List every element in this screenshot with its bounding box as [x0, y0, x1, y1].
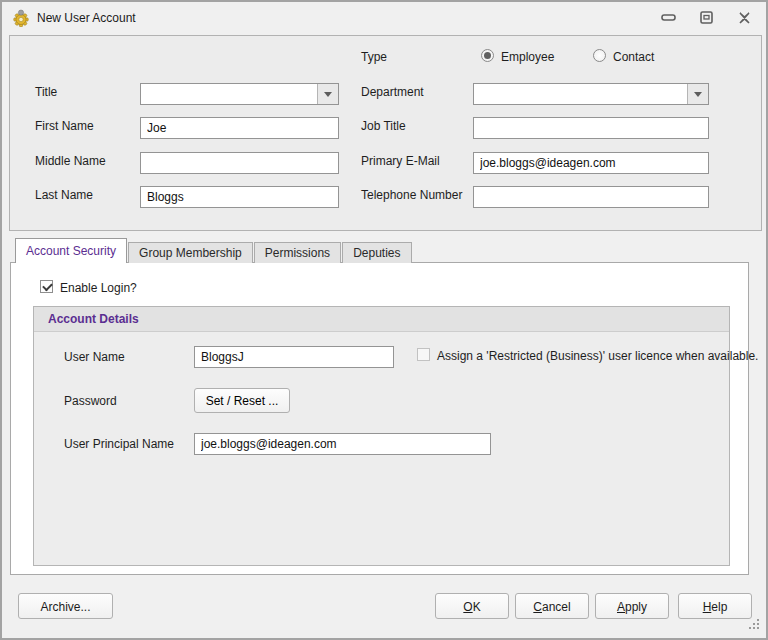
tab-account-security[interactable]: Account Security	[15, 238, 127, 263]
user-name-input[interactable]	[194, 346, 394, 368]
last-name-label: Last Name	[35, 188, 93, 202]
type-label: Type	[361, 50, 387, 64]
employee-radio-label[interactable]: Employee	[501, 50, 554, 64]
upn-label: User Principal Name	[64, 437, 174, 451]
first-name-input[interactable]	[140, 117, 339, 139]
title-combo-dropdown-icon[interactable]	[317, 84, 338, 104]
ok-button[interactable]: OK	[435, 593, 509, 619]
new-user-account-dialog: New User Account Type Employee Contact T…	[0, 0, 768, 640]
telephone-input[interactable]	[473, 186, 709, 208]
account-details-header: Account Details	[34, 307, 729, 332]
enable-login-checkbox[interactable]	[40, 280, 53, 293]
upn-input[interactable]	[194, 433, 491, 455]
primary-email-input[interactable]	[473, 152, 709, 174]
contact-radio-label[interactable]: Contact	[613, 50, 654, 64]
middle-name-label: Middle Name	[35, 154, 106, 168]
department-label: Department	[361, 85, 424, 99]
account-details-groupbox: Account Details User Name Assign a 'Rest…	[33, 306, 730, 566]
user-details-panel: Type Employee Contact Title Department F…	[9, 35, 762, 231]
employee-radio[interactable]	[481, 49, 494, 62]
help-button[interactable]: Help	[678, 593, 752, 619]
restricted-licence-label[interactable]: Assign a 'Restricted (Business)' user li…	[437, 349, 758, 363]
archive-button[interactable]: Archive...	[18, 593, 113, 619]
tab-permissions[interactable]: Permissions	[254, 242, 341, 263]
user-name-label: User Name	[64, 350, 125, 364]
minimize-icon[interactable]	[660, 11, 676, 25]
tab-strip: Account Security Group Membership Permis…	[15, 239, 413, 263]
resize-grip-icon[interactable]	[747, 617, 759, 629]
tab-group-membership[interactable]: Group Membership	[128, 242, 253, 263]
primary-email-label: Primary E-Mail	[361, 154, 440, 168]
apply-button[interactable]: Apply	[595, 593, 669, 619]
restricted-licence-checkbox[interactable]	[417, 348, 430, 361]
job-title-input[interactable]	[473, 117, 709, 139]
department-combo-dropdown-icon[interactable]	[687, 84, 708, 104]
maximize-icon[interactable]	[698, 11, 714, 25]
title-label: Title	[35, 85, 57, 99]
telephone-label: Telephone Number	[361, 188, 462, 202]
tab-deputies[interactable]: Deputies	[342, 242, 411, 263]
account-security-panel: Enable Login? Account Details User Name …	[10, 262, 749, 575]
department-combobox[interactable]	[473, 83, 709, 105]
first-name-label: First Name	[35, 119, 94, 133]
job-title-label: Job Title	[361, 119, 406, 133]
close-icon[interactable]	[736, 11, 752, 25]
titlebar[interactable]: New User Account	[2, 2, 766, 33]
last-name-input[interactable]	[140, 186, 339, 208]
password-label: Password	[64, 394, 117, 408]
middle-name-input[interactable]	[140, 152, 339, 174]
title-combobox[interactable]	[140, 83, 339, 105]
cancel-button[interactable]: Cancel	[515, 593, 589, 619]
enable-login-label[interactable]: Enable Login?	[60, 281, 137, 295]
set-reset-password-button[interactable]: Set / Reset ...	[194, 388, 290, 413]
window-title: New User Account	[37, 11, 136, 25]
user-gear-icon	[12, 9, 30, 27]
contact-radio[interactable]	[593, 49, 606, 62]
